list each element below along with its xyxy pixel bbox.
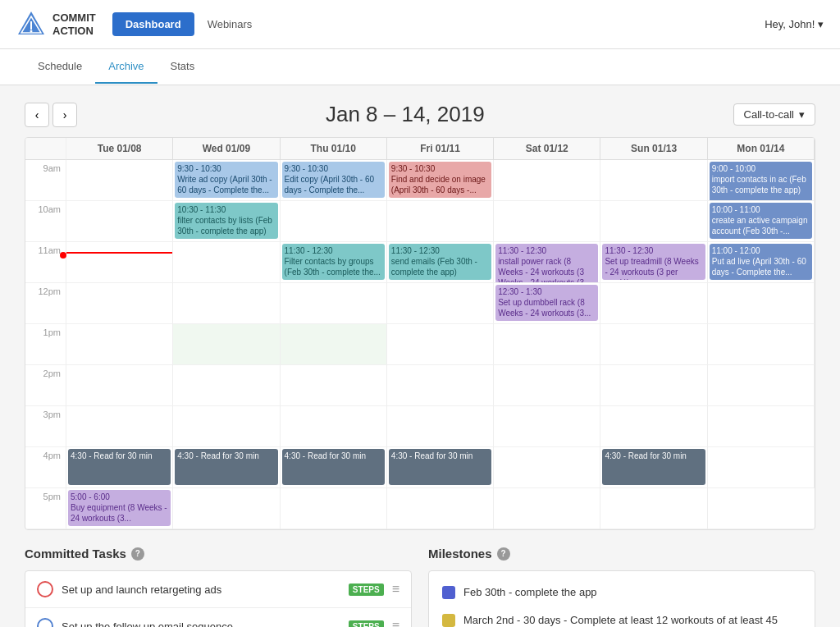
cell-wed-12pm[interactable]: [173, 283, 280, 324]
cell-sun-9am[interactable]: [600, 160, 707, 201]
event-thu-11am[interactable]: 11:30 - 12:30Filter contacts by groups (…: [282, 244, 385, 280]
cell-fri-4pm[interactable]: 4:30 - Read for 30 min: [387, 447, 494, 488]
prev-week-button[interactable]: ‹: [25, 103, 49, 127]
cell-sat-1pm[interactable]: [494, 324, 600, 365]
event-tue-4pm[interactable]: 4:30 - Read for 30 min: [68, 449, 171, 485]
task-circle-1: [37, 618, 53, 627]
cell-thu-11am[interactable]: 11:30 - 12:30Filter contacts by groups (…: [281, 242, 387, 283]
task-item-0[interactable]: Set up and launch retargeting ads STEPS …: [25, 571, 411, 608]
event-fri-11am[interactable]: 11:30 - 12:30send emails (Feb 30th - com…: [389, 244, 491, 280]
cell-sun-12pm[interactable]: [600, 283, 707, 324]
cell-tue-1pm[interactable]: [66, 324, 173, 365]
event-sat-11am[interactable]: 11:30 - 12:30install power rack (8 Weeks…: [495, 244, 598, 283]
cell-fri-3pm[interactable]: [387, 406, 494, 447]
webinars-nav-button[interactable]: Webinars: [198, 12, 262, 36]
cell-tue-12pm[interactable]: [66, 283, 173, 324]
cell-tue-4pm[interactable]: 4:30 - Read for 30 min: [66, 447, 173, 488]
cell-thu-1pm[interactable]: [281, 324, 387, 365]
cell-mon-11am[interactable]: 11:00 - 12:00Put ad live (April 30th - 6…: [708, 242, 815, 283]
cell-sun-2pm[interactable]: [600, 365, 707, 406]
cell-fri-12pm[interactable]: [387, 283, 494, 324]
event-thu-4pm[interactable]: 4:30 - Read for 30 min: [282, 449, 385, 485]
cell-wed-1pm[interactable]: [173, 324, 280, 365]
cell-mon-10am[interactable]: 10:00 - 11:00create an active campaign a…: [708, 201, 815, 242]
dashboard-nav-button[interactable]: Dashboard: [112, 12, 194, 36]
cell-fri-10am[interactable]: [387, 201, 494, 242]
tab-stats[interactable]: Stats: [158, 50, 208, 84]
cell-thu-9am[interactable]: 9:30 - 10:30Edit copy (April 30th - 60 d…: [281, 160, 387, 201]
cell-fri-5pm[interactable]: [387, 488, 494, 529]
milestones-help-icon[interactable]: ?: [497, 547, 510, 561]
event-mon-9am[interactable]: 9:00 - 10:00import contacts in ac (Feb 3…: [710, 162, 812, 201]
cell-thu-2pm[interactable]: [281, 365, 387, 406]
cell-thu-12pm[interactable]: [281, 283, 387, 324]
event-mon-10am[interactable]: 10:00 - 11:00create an active campaign a…: [710, 203, 812, 239]
committed-tasks-help-icon[interactable]: ?: [131, 547, 144, 561]
next-week-button[interactable]: ›: [52, 103, 77, 127]
cell-thu-3pm[interactable]: [281, 406, 387, 447]
cell-sat-9am[interactable]: [494, 160, 600, 201]
cell-fri-11am[interactable]: 11:30 - 12:30send emails (Feb 30th - com…: [387, 242, 494, 283]
task-menu-0[interactable]: ≡: [392, 582, 399, 597]
tab-schedule[interactable]: Schedule: [25, 50, 95, 84]
cell-tue-10am[interactable]: [66, 201, 173, 242]
cell-tue-9am[interactable]: [66, 160, 173, 201]
cell-tue-2pm[interactable]: [66, 365, 173, 406]
cell-tue-5pm[interactable]: 5:00 - 6:00Buy equipment (8 Weeks - 24 w…: [66, 488, 173, 529]
cell-wed-5pm[interactable]: [173, 488, 280, 529]
cell-mon-5pm[interactable]: [708, 488, 815, 529]
cell-thu-4pm[interactable]: 4:30 - Read for 30 min: [281, 447, 387, 488]
event-wed-9am[interactable]: 9:30 - 10:30Write ad copy (April 30th - …: [175, 162, 277, 198]
cell-sat-10am[interactable]: [494, 201, 600, 242]
event-sun-11am[interactable]: 11:30 - 12:30Set up treadmill (8 Weeks -…: [602, 244, 705, 280]
cell-sat-11am[interactable]: 11:30 - 12:30install power rack (8 Weeks…: [494, 242, 600, 283]
event-sat-12pm[interactable]: 12:30 - 1:30Set up dumbbell rack (8 Week…: [495, 285, 598, 321]
event-fri-4pm[interactable]: 4:30 - Read for 30 min: [389, 449, 491, 485]
event-mon-11am[interactable]: 11:00 - 12:00Put ad live (April 30th - 6…: [710, 244, 812, 280]
cell-wed-11am[interactable]: [173, 242, 280, 283]
event-fri-9am[interactable]: 9:30 - 10:30Find and decide on image (Ap…: [389, 162, 491, 198]
task-item-1[interactable]: Set up the follow up email sequence STEP…: [25, 608, 411, 627]
event-wed-4pm[interactable]: 4:30 - Read for 30 min: [175, 449, 277, 485]
cell-wed-3pm[interactable]: [173, 406, 280, 447]
cell-wed-9am[interactable]: 9:30 - 10:30Write ad copy (April 30th - …: [173, 160, 280, 201]
calendar-filter-dropdown[interactable]: Call-to-call ▾: [733, 103, 815, 126]
cell-fri-2pm[interactable]: [387, 365, 494, 406]
cell-fri-9am[interactable]: 9:30 - 10:30Find and decide on image (Ap…: [387, 160, 494, 201]
cell-tue-11am[interactable]: [66, 242, 173, 283]
cell-wed-4pm[interactable]: 4:30 - Read for 30 min: [173, 447, 280, 488]
cell-thu-10am[interactable]: [281, 201, 387, 242]
event-thu-9am[interactable]: 9:30 - 10:30Edit copy (April 30th - 60 d…: [282, 162, 385, 198]
cell-fri-1pm[interactable]: [387, 324, 494, 365]
user-menu[interactable]: Hey, John! ▾: [765, 18, 824, 30]
cell-sat-12pm[interactable]: 12:30 - 1:30Set up dumbbell rack (8 Week…: [494, 283, 600, 324]
tab-archive[interactable]: Archive: [95, 50, 157, 84]
cell-sat-4pm[interactable]: [494, 447, 600, 488]
task-menu-1[interactable]: ≡: [392, 619, 399, 627]
cell-tue-3pm[interactable]: [66, 406, 173, 447]
cell-mon-4pm[interactable]: [708, 447, 815, 488]
cell-wed-2pm[interactable]: [173, 365, 280, 406]
cell-sun-10am[interactable]: [600, 201, 707, 242]
cell-sun-11am[interactable]: 11:30 - 12:30Set up treadmill (8 Weeks -…: [600, 242, 707, 283]
cell-mon-2pm[interactable]: [708, 365, 815, 406]
cell-sat-3pm[interactable]: [494, 406, 600, 447]
cell-sun-4pm[interactable]: 4:30 - Read for 30 min: [600, 447, 707, 488]
cell-mon-9am[interactable]: 9:00 - 10:00import contacts in ac (Feb 3…: [708, 160, 815, 201]
cell-sun-1pm[interactable]: [600, 324, 707, 365]
milestone-item-1: March 2nd - 30 days - Complete at least …: [442, 612, 801, 628]
cell-sun-3pm[interactable]: [600, 406, 707, 447]
cell-sun-5pm[interactable]: [600, 488, 707, 529]
cell-sat-5pm[interactable]: [494, 488, 600, 529]
cell-mon-1pm[interactable]: [708, 324, 815, 365]
cell-mon-12pm[interactable]: [708, 283, 815, 324]
cell-wed-10am[interactable]: 10:30 - 11:30filter contacts by lists (F…: [173, 201, 280, 242]
event-wed-10am[interactable]: 10:30 - 11:30filter contacts by lists (F…: [175, 203, 277, 239]
cell-mon-3pm[interactable]: [708, 406, 815, 447]
cell-sat-2pm[interactable]: [494, 365, 600, 406]
committed-tasks-title: Committed Tasks ?: [25, 547, 412, 561]
event-sun-4pm[interactable]: 4:30 - Read for 30 min: [602, 449, 705, 485]
steps-badge-1: STEPS: [349, 620, 384, 628]
event-tue-5pm[interactable]: 5:00 - 6:00Buy equipment (8 Weeks - 24 w…: [68, 490, 171, 526]
cell-thu-5pm[interactable]: [281, 488, 387, 529]
